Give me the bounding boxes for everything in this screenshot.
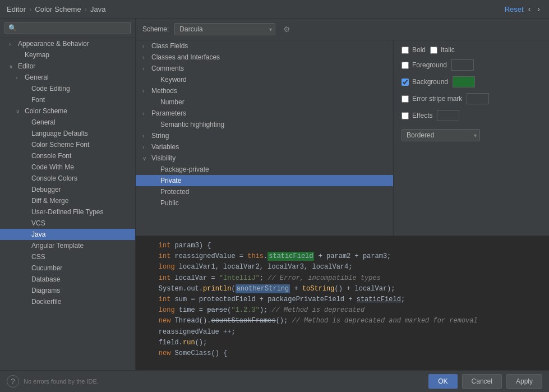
sidebar-item-keymap[interactable]: Keymap: [0, 49, 135, 61]
sidebar-item-cs-font[interactable]: Color Scheme Font: [0, 139, 135, 150]
effects-color-swatch[interactable]: [437, 110, 459, 121]
nav-forward-button[interactable]: ›: [535, 3, 542, 15]
error-stripe-row: Error stripe mark: [402, 93, 541, 104]
effects-dropdown-area: Bordered Underscored Dotted line Bold un…: [402, 129, 541, 141]
breadcrumb-sep1: ›: [29, 5, 31, 13]
effects-label: Effects: [412, 112, 432, 119]
nav-back-button[interactable]: ‹: [526, 3, 533, 15]
error-stripe-color-swatch[interactable]: [467, 93, 489, 104]
gear-button[interactable]: ⚙: [281, 24, 293, 35]
sidebar-item-debugger[interactable]: Debugger: [0, 184, 135, 195]
main-content: Scheme: Darcula Default High Contrast ⚙ …: [136, 19, 549, 370]
mtree-item-class-fields[interactable]: › Class Fields: [136, 40, 393, 52]
effects-row: Effects: [402, 110, 541, 121]
sidebar-item-code-with-me[interactable]: Code With Me: [0, 162, 135, 173]
ok-button[interactable]: OK: [428, 374, 457, 389]
sidebar-item-cs-general[interactable]: General: [0, 117, 135, 128]
sidebar-item-vcs[interactable]: VCS: [0, 218, 135, 229]
sidebar-item-font[interactable]: Font: [0, 94, 135, 105]
effects-type-select[interactable]: Bordered Underscored Dotted line Bold un…: [402, 129, 480, 141]
scheme-bar: Scheme: Darcula Default High Contrast ⚙: [136, 19, 549, 40]
mtree-item-private[interactable]: Private: [136, 175, 393, 186]
bold-checkbox[interactable]: [402, 47, 409, 54]
arrow-icon: ›: [142, 110, 149, 117]
code-preview: int param3) { int reassignedValue = this…: [136, 236, 549, 370]
mtree-item-number[interactable]: Number: [136, 96, 393, 108]
arrow-icon: ›: [16, 75, 22, 81]
sidebar-item-angular[interactable]: Angular Template: [0, 240, 135, 251]
code-line: int sum = protectedField + packagePrivat…: [142, 294, 542, 305]
arrow-icon: ›: [142, 144, 149, 150]
mtree-item-classes-interfaces[interactable]: › Classes and Interfaces: [136, 52, 393, 63]
bold-italic-row: Bold Italic: [402, 46, 541, 54]
mtree-item-string[interactable]: › String: [136, 130, 393, 141]
background-row: Background: [402, 76, 541, 87]
sidebar-item-diagrams[interactable]: Diagrams: [0, 285, 135, 296]
sidebar-item-language-defaults[interactable]: Language Defaults: [0, 128, 135, 139]
arrow-icon: ∨: [16, 108, 22, 114]
mtree-item-parameters[interactable]: › Parameters: [136, 108, 393, 119]
search-input[interactable]: [4, 22, 131, 34]
sidebar-item-cucumber[interactable]: Cucumber: [0, 262, 135, 274]
bottom-bar: ? No errors found by the IDE. OK Cancel …: [0, 370, 549, 392]
dialog-header: Editor › Color Scheme › Java Reset ‹ ›: [0, 0, 549, 19]
sidebar-item-database[interactable]: Database: [0, 274, 135, 285]
help-button[interactable]: ?: [7, 375, 19, 388]
sidebar-item-appearance-behavior[interactable]: › Appearance & Behavior: [0, 38, 135, 49]
sidebar-item-code-editing[interactable]: Code Editing: [0, 83, 135, 94]
mtree-item-comments[interactable]: › Comments: [136, 63, 393, 74]
mtree-item-semantic-highlighting[interactable]: Semantic highlighting: [136, 119, 393, 130]
sidebar-item-console-colors[interactable]: Console Colors: [0, 173, 135, 184]
background-checkbox[interactable]: [402, 79, 409, 86]
code-line: field.run();: [142, 338, 542, 348]
search-box: [0, 19, 135, 38]
code-line: System.out.println(anotherString + toStr…: [142, 284, 542, 294]
scheme-select[interactable]: Darcula Default High Contrast: [174, 23, 275, 35]
arrow-icon: ∨: [9, 63, 16, 70]
scheme-select-wrapper: Darcula Default High Contrast: [174, 23, 275, 35]
mtree-item-keyword[interactable]: Keyword: [136, 74, 393, 85]
error-stripe-checkbox-group: Error stripe mark: [402, 95, 462, 103]
foreground-color-swatch[interactable]: [451, 59, 474, 71]
mtree-item-methods[interactable]: › Methods: [136, 85, 393, 96]
sidebar-item-console-font[interactable]: Console Font: [0, 150, 135, 162]
sidebar-item-dockerfile[interactable]: Dockerfile: [0, 296, 135, 307]
sidebar-item-user-defined[interactable]: User-Defined File Types: [0, 206, 135, 218]
middle-tree: › Class Fields › Classes and Interfaces …: [136, 40, 394, 236]
reset-button[interactable]: Reset: [505, 5, 524, 13]
mtree-item-variables[interactable]: › Variables: [136, 141, 393, 153]
italic-checkbox[interactable]: [430, 47, 437, 54]
mtree-item-visibility[interactable]: ∨ Visibility: [136, 153, 393, 164]
code-line: reassignedValue ++;: [142, 327, 542, 338]
breadcrumb-java: Java: [90, 5, 105, 13]
breadcrumb-sep2: ›: [85, 5, 87, 13]
sidebar-item-css[interactable]: CSS: [0, 251, 135, 262]
foreground-row: Foreground: [402, 59, 541, 71]
mtree-item-package-private[interactable]: Package-private: [136, 164, 393, 175]
effects-type-wrapper: Bordered Underscored Dotted line Bold un…: [402, 129, 480, 141]
arrow-icon: ›: [142, 133, 149, 139]
sidebar: › Appearance & Behavior Keymap ∨ Editor …: [0, 19, 136, 370]
arrow-icon: ›: [142, 43, 149, 49]
sidebar-item-general[interactable]: › General: [0, 72, 135, 83]
cancel-button[interactable]: Cancel: [462, 374, 502, 389]
effects-checkbox[interactable]: [402, 112, 409, 119]
mtree-item-public[interactable]: Public: [136, 197, 393, 209]
background-checkbox-group: Background: [402, 78, 448, 86]
sidebar-item-editor[interactable]: ∨ Editor: [0, 61, 135, 72]
sidebar-item-java[interactable]: Java: [0, 229, 135, 240]
split-area: › Class Fields › Classes and Interfaces …: [136, 40, 549, 236]
error-stripe-checkbox[interactable]: [402, 95, 409, 103]
mtree-item-protected[interactable]: Protected: [136, 186, 393, 197]
bold-checkbox-group: Bold: [402, 46, 426, 54]
bottom-left: ? No errors found by the IDE.: [7, 375, 99, 388]
foreground-checkbox[interactable]: [402, 62, 409, 69]
background-color-swatch[interactable]: [453, 76, 475, 87]
breadcrumb-editor: Editor: [7, 5, 26, 13]
breadcrumb: Editor › Color Scheme › Java: [7, 5, 106, 13]
sidebar-item-diff-merge[interactable]: Diff & Merge: [0, 195, 135, 206]
sidebar-item-color-scheme[interactable]: ∨ Color Scheme: [0, 105, 135, 117]
code-line: long time = parse("1.2.3"); // Method is…: [142, 305, 542, 316]
apply-button[interactable]: Apply: [506, 374, 542, 389]
nav-area: Reset ‹ ›: [505, 3, 542, 15]
